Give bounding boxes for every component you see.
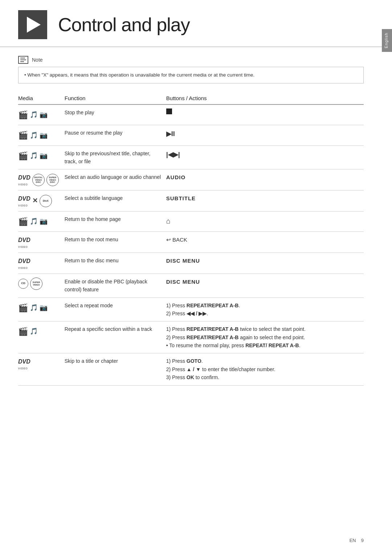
media-icons-cell: 🎬 🎵 📷 <box>18 211 65 231</box>
action-cell: SUBTITLE <box>166 190 364 212</box>
control-play-table: Media Function Buttons / Actions 🎬 🎵 📷 S… <box>18 92 364 385</box>
music-icon: 🎵 <box>30 130 38 141</box>
table-row: 🎬 🎵 📷 Skip to the previous/next title, c… <box>18 145 364 169</box>
film-icon: 🎬 <box>18 325 28 338</box>
note-icon <box>18 56 28 64</box>
media-icons-group: 🎬 🎵 <box>18 325 59 338</box>
media-icons-cell: 🎬 🎵 📷 <box>18 145 65 169</box>
disc-icon-digital: DIGITALVIDEODISC <box>32 174 45 186</box>
table-row: DVDVIDEO ✕ DivX Select a subtitle langua… <box>18 190 364 212</box>
media-icons-group: 🎬 🎵 📷 <box>18 215 59 228</box>
skip-symbol: |◀▶| <box>166 151 180 158</box>
media-icons-cell: DVDVIDEO <box>18 353 65 385</box>
action-cell: ⌂ <box>166 211 364 231</box>
film-icon: 🎬 <box>18 301 28 314</box>
note-section: Note • When "X" appears, it means that t… <box>18 56 364 83</box>
film-icon: 🎬 <box>18 108 28 121</box>
function-cell: Return to the home page <box>65 211 166 231</box>
media-icons-group: 🎬 🎵 📷 <box>18 108 59 121</box>
language-label: English <box>384 33 388 48</box>
dvd-logo-icon: DVDVIDEO <box>18 235 30 249</box>
media-icons-cell: DVDVIDEO <box>18 253 65 274</box>
camera-icon: 📷 <box>40 130 48 141</box>
subtitle-label: SUBTITLE <box>166 195 196 201</box>
table-row: DVDVIDEO Skip to a title or chapter 1) P… <box>18 353 364 385</box>
media-icons-cell: DVDVIDEO ✕ DivX <box>18 190 65 212</box>
repeat-mode-instructions: 1) Press REPEAT/REPEAT A-B. 2) Press ◀◀ … <box>166 301 360 318</box>
play-icon-box <box>18 10 47 39</box>
note-header: Note <box>18 56 364 64</box>
function-cell: Select a subtitle language <box>65 190 166 212</box>
cd-icon: CD <box>18 279 28 289</box>
page-title: Control and play <box>58 14 190 36</box>
media-icons-group: 🎬 🎵 📷 <box>18 129 59 141</box>
note-icon-line1 <box>20 58 25 58</box>
action-cell <box>166 104 364 125</box>
table-row: DVDVIDEO Return to the root menu ↩ BACK <box>18 232 364 253</box>
music-icon: 🎵 <box>30 303 38 313</box>
camera-icon: 📷 <box>40 216 48 227</box>
disc-icon-divx: DivX <box>40 195 52 207</box>
function-cell: Stop the play <box>65 104 166 125</box>
media-icons-group: 🎬 🎵 📷 <box>18 149 59 162</box>
film-icon: 🎬 <box>18 215 28 228</box>
page-footer: EN 9 <box>350 538 364 543</box>
function-cell: Skip to the previous/next title, chapter… <box>65 145 166 169</box>
function-cell: Repeat a specific section within a track <box>65 321 166 353</box>
disc-menu-label: DISC MENU <box>166 258 200 264</box>
language-tab: English <box>382 29 392 52</box>
page-header: Control and play <box>0 0 382 47</box>
note-box: • When "X" appears, it means that this o… <box>18 67 364 83</box>
media-icons-group: DVDVIDEO <box>18 357 59 370</box>
action-cell: DISC MENU <box>166 274 364 297</box>
play-triangle-icon <box>27 17 41 33</box>
dvd-logo-icon: DVDVIDEO <box>18 173 30 186</box>
footer-page-number: 9 <box>361 538 364 543</box>
action-cell: DISC MENU <box>166 253 364 274</box>
footer-lang: EN <box>350 538 356 543</box>
dvd-logo-icon: DVDVIDEO <box>18 357 30 370</box>
note-label: Note <box>32 57 43 63</box>
col-function: Function <box>65 92 166 104</box>
music-icon: 🎵 <box>30 151 38 161</box>
music-icon: 🎵 <box>30 216 38 227</box>
audio-label: AUDIO <box>166 174 185 180</box>
music-icon: 🎵 <box>30 326 38 337</box>
dvd-logo-icon: DVDVIDEO <box>18 194 30 208</box>
film-icon: 🎬 <box>18 129 28 141</box>
table-row: CD SUPERVIDEO Enable or disable the PBC … <box>18 274 364 297</box>
media-icons-cell: DVDVIDEO <box>18 232 65 253</box>
music-icon: 🎵 <box>30 110 38 120</box>
function-cell: Select a repeat mode <box>65 297 166 321</box>
back-symbol: ↩ BACK <box>166 237 187 243</box>
action-cell: AUDIO <box>166 169 364 190</box>
col-actions: Buttons / Actions <box>166 92 364 104</box>
media-icons-group: DVDVIDEO DIGITALVIDEODISC SUPERVIDEODISC <box>18 173 59 186</box>
media-icons-cell: DVDVIDEO DIGITALVIDEODISC SUPERVIDEODISC <box>18 169 65 190</box>
table-row: 🎬 🎵 Repeat a specific section within a t… <box>18 321 364 353</box>
table-row: DVDVIDEO DIGITALVIDEODISC SUPERVIDEODISC… <box>18 169 364 190</box>
table-row: DVDVIDEO Return to the disc menu DISC ME… <box>18 253 364 274</box>
media-icons-group: 🎬 🎵 📷 <box>18 301 59 314</box>
stop-symbol <box>166 108 172 114</box>
media-icons-group: DVDVIDEO <box>18 257 59 270</box>
function-cell: Skip to a title or chapter <box>65 353 166 385</box>
table-row: 🎬 🎵 📷 Return to the home page ⌂ <box>18 211 364 231</box>
function-cell: Select an audio language or audio channe… <box>65 169 166 190</box>
function-cell: Pause or resume the play <box>65 125 166 145</box>
home-symbol: ⌂ <box>166 217 171 225</box>
repeat-ab-instructions: 1) Press REPEAT/REPEAT A-B twice to sele… <box>166 325 360 349</box>
function-cell: Enable or disable the PBC (playback cont… <box>65 274 166 297</box>
media-icons-group: DVDVIDEO ✕ DivX <box>18 194 59 208</box>
disc-icon-super2: SUPERVIDEO <box>30 278 42 290</box>
camera-icon: 📷 <box>40 110 48 120</box>
x-mark-icon: ✕ <box>32 196 38 206</box>
action-cell: 1) Press GOTO. 2) Press ▲ / ▼ to enter t… <box>166 353 364 385</box>
media-icons-group: DVDVIDEO <box>18 235 59 249</box>
goto-instructions: 1) Press GOTO. 2) Press ▲ / ▼ to enter t… <box>166 357 360 381</box>
film-icon: 🎬 <box>18 149 28 162</box>
action-cell: 1) Press REPEAT/REPEAT A-B. 2) Press ◀◀ … <box>166 297 364 321</box>
action-cell: ↩ BACK <box>166 232 364 253</box>
function-cell: Return to the root menu <box>65 232 166 253</box>
action-cell: |◀▶| <box>166 145 364 169</box>
